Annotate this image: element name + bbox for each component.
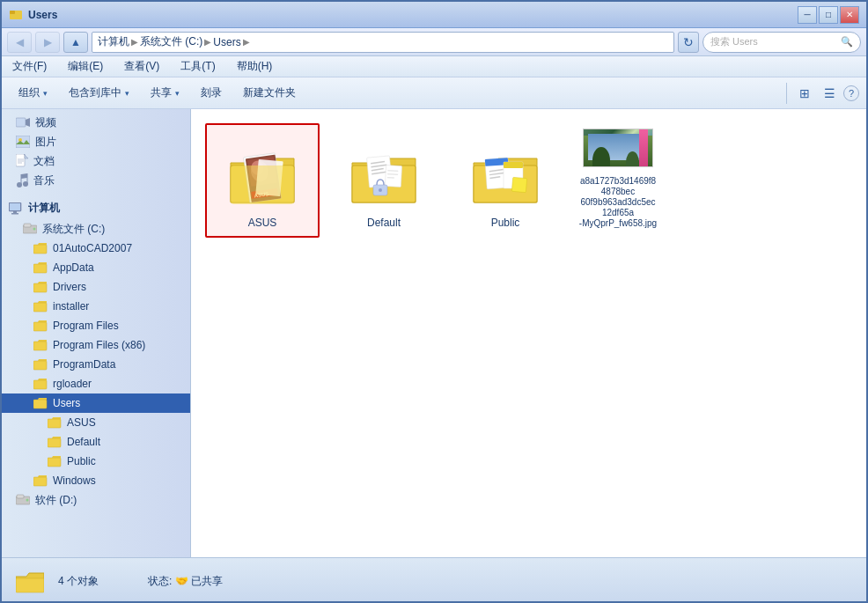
- share-chevron: ▾: [175, 89, 180, 98]
- close-button[interactable]: ✕: [840, 6, 859, 24]
- breadcrumb-users[interactable]: Users: [213, 36, 240, 48]
- folder-autocad-icon: [33, 242, 48, 254]
- folder-users-icon: [33, 397, 48, 409]
- sidebar-item-asus[interactable]: ASUS: [2, 413, 190, 432]
- sidebar-label-programfiles86: Program Files (x86): [53, 339, 145, 351]
- file-item-jpg[interactable]: a8a1727b3d1469f84878bec60f9b963ad3dc5ec1…: [570, 123, 666, 238]
- maximize-button[interactable]: □: [819, 6, 838, 24]
- sidebar-item-programdata[interactable]: ProgramData: [2, 355, 190, 374]
- computer-icon: [9, 202, 23, 215]
- sidebar-item-default[interactable]: Default: [2, 432, 190, 452]
- file-item-public[interactable]: Public: [448, 123, 563, 238]
- sidebar-label-autocad: 01AutoCAD2007: [53, 242, 132, 254]
- sidebar-label-music: 音乐: [33, 173, 55, 188]
- view-list-button[interactable]: ☰: [819, 83, 840, 104]
- breadcrumb[interactable]: 计算机 ▶ 系统文件 (C:) ▶ Users ▶: [92, 32, 674, 53]
- sidebar-label-drivers: Drivers: [53, 281, 86, 293]
- menu-help[interactable]: 帮助(H): [233, 57, 276, 76]
- svg-point-58: [379, 188, 382, 192]
- organize-button[interactable]: 组织 ▾: [9, 81, 57, 106]
- file-item-asus[interactable]: ASUS ASUS: [205, 123, 320, 238]
- sidebar-item-public[interactable]: Public: [2, 452, 190, 471]
- folder-programdata-icon: [33, 358, 48, 371]
- folder-windows-icon: [33, 474, 48, 487]
- menu-tools[interactable]: 工具(T): [177, 57, 218, 76]
- sidebar-item-appdata[interactable]: AppData: [2, 258, 190, 277]
- drive-c-icon: [23, 223, 37, 235]
- help-button[interactable]: ?: [843, 85, 859, 101]
- toolbar-separator: [786, 83, 787, 104]
- file-label-asus: ASUS: [248, 217, 277, 229]
- folder-default-icon: [48, 436, 62, 448]
- svg-line-55: [387, 174, 398, 175]
- svg-rect-34: [33, 477, 47, 486]
- window-title: Users: [28, 9, 57, 21]
- sidebar-item-installer[interactable]: installer: [2, 297, 190, 316]
- sidebar: 视频 图片 文档: [2, 109, 191, 557]
- sidebar-item-drive-c[interactable]: 系统文件 (C:): [2, 219, 190, 239]
- back-button[interactable]: ◀: [7, 32, 32, 53]
- sidebar-item-docs[interactable]: 文档: [2, 151, 190, 171]
- svg-rect-36: [17, 495, 24, 498]
- include-library-button[interactable]: 包含到库中 ▾: [59, 81, 139, 106]
- folder-asus-icon: [48, 416, 62, 429]
- breadcrumb-drive[interactable]: 系统文件 (C:): [140, 34, 202, 49]
- svg-rect-33: [48, 458, 61, 467]
- svg-rect-26: [33, 322, 47, 331]
- folder-drivers-icon: [33, 281, 48, 293]
- menu-file[interactable]: 文件(F): [9, 57, 50, 76]
- sidebar-label-appdata: AppData: [53, 261, 94, 274]
- sidebar-label-programfiles: Program Files: [53, 320, 119, 332]
- svg-point-21: [33, 228, 36, 231]
- file-item-default[interactable]: Default: [327, 123, 441, 238]
- toolbar-right: ⊞ ☰ ?: [783, 83, 859, 104]
- svg-rect-25: [33, 303, 47, 312]
- address-bar: ◀ ▶ ▲ 计算机 ▶ 系统文件 (C:) ▶ Users ▶ ↻ 搜索 Use…: [2, 28, 866, 56]
- new-folder-button[interactable]: 新建文件夹: [233, 81, 305, 106]
- file-label-jpg: a8a1727b3d1469f84878bec60f9b963ad3dc5ec1…: [578, 176, 658, 229]
- forward-button[interactable]: ▶: [35, 32, 60, 53]
- sidebar-label-rgloader: rgloader: [53, 378, 92, 390]
- content-area: ASUS ASUS: [191, 109, 866, 557]
- sidebar-label-drive-d: 软件 (D:): [35, 493, 77, 508]
- sidebar-section-computer[interactable]: 计算机: [2, 197, 190, 219]
- sidebar-item-autocad[interactable]: 01AutoCAD2007: [2, 239, 190, 258]
- sidebar-item-windows[interactable]: Windows: [2, 471, 190, 490]
- sidebar-item-video[interactable]: 视频: [2, 113, 190, 132]
- sidebar-item-rgloader[interactable]: rgloader: [2, 374, 190, 393]
- sidebar-item-drivers[interactable]: Drivers: [2, 277, 190, 297]
- sidebar-item-drive-d[interactable]: 软件 (D:): [2, 490, 190, 510]
- search-bar[interactable]: 搜索 Users 🔍: [702, 32, 861, 53]
- svg-rect-7: [16, 154, 25, 166]
- drive-d-icon: [16, 494, 30, 506]
- folder-rgloader-icon: [33, 378, 48, 390]
- sidebar-label-windows: Windows: [53, 474, 96, 487]
- sidebar-item-pictures[interactable]: 图片: [2, 132, 190, 151]
- view-icon-button[interactable]: ⊞: [794, 83, 815, 104]
- sidebar-item-users[interactable]: Users: [2, 393, 190, 413]
- sidebar-item-programfiles[interactable]: Program Files: [2, 316, 190, 335]
- sidebar-item-music[interactable]: 音乐: [2, 171, 190, 190]
- breadcrumb-computer[interactable]: 计算机: [98, 34, 129, 49]
- refresh-button[interactable]: ↻: [678, 32, 699, 53]
- burn-button[interactable]: 刻录: [191, 81, 232, 106]
- svg-point-37: [26, 499, 29, 502]
- title-bar: Users ─ □ ✕: [2, 2, 866, 28]
- menu-view[interactable]: 查看(V): [121, 57, 163, 76]
- sidebar-item-programfiles86[interactable]: Program Files (x86): [2, 335, 190, 355]
- sidebar-label-programdata: ProgramData: [53, 358, 115, 371]
- svg-rect-28: [33, 361, 47, 370]
- video-icon: [16, 116, 30, 129]
- svg-rect-2: [16, 118, 26, 127]
- status-share: 状态: 🤝 已共享: [148, 574, 223, 589]
- sidebar-label-default: Default: [67, 436, 100, 448]
- menu-edit[interactable]: 编辑(E): [64, 57, 107, 76]
- svg-rect-68: [16, 578, 44, 592]
- minimize-button[interactable]: ─: [798, 6, 817, 24]
- music-icon: [16, 173, 28, 188]
- svg-rect-29: [33, 380, 47, 389]
- up-button[interactable]: ▲: [63, 32, 88, 53]
- asus-folder-icon: ASUS: [227, 150, 298, 211]
- share-button[interactable]: 共享 ▾: [141, 81, 189, 106]
- title-bar-left: Users: [9, 8, 57, 22]
